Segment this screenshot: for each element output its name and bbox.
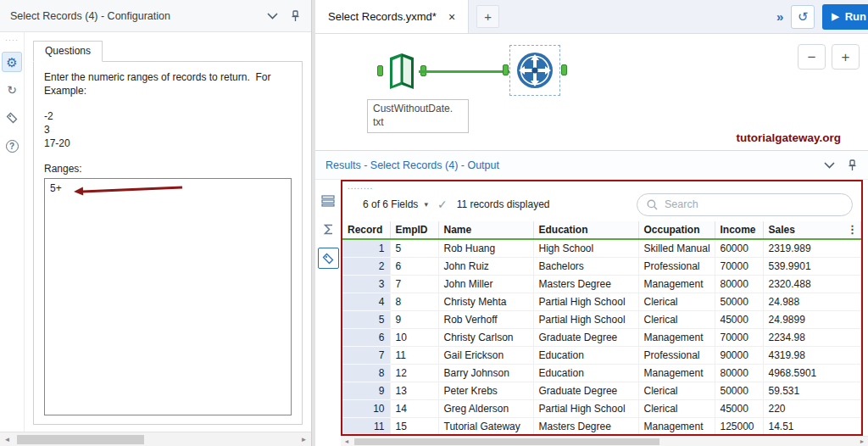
record-number-cell[interactable]: 9 bbox=[342, 382, 390, 400]
table-cell[interactable]: Graduate Degree bbox=[533, 329, 638, 347]
scroll-left-arrow[interactable]: ◄ bbox=[0, 436, 14, 443]
table-cell[interactable]: 70000 bbox=[715, 329, 763, 347]
collapse-chevron-icon[interactable] bbox=[267, 13, 278, 20]
record-number-cell[interactable]: 8 bbox=[342, 365, 390, 382]
table-cell[interactable]: 90000 bbox=[715, 347, 763, 365]
table-cell[interactable]: 7 bbox=[390, 276, 438, 293]
table-cell[interactable]: Management bbox=[638, 418, 715, 435]
table-cell[interactable]: 10 bbox=[390, 329, 438, 347]
workflow-tab[interactable]: Select Records.yxmd* × bbox=[315, 0, 469, 34]
table-cell[interactable]: Management bbox=[638, 329, 715, 347]
table-cell[interactable]: Clerical bbox=[638, 382, 715, 400]
table-cell[interactable]: Education bbox=[533, 347, 638, 365]
table-cell[interactable]: Partial High School bbox=[533, 400, 638, 418]
table-row[interactable]: 913Peter KrebsGraduate DegreeClerical500… bbox=[342, 382, 861, 400]
table-cell[interactable]: Professional bbox=[638, 258, 715, 276]
table-cell[interactable]: 59.531 bbox=[763, 382, 861, 400]
column-header-occupation[interactable]: Occupation bbox=[638, 221, 715, 239]
table-cell[interactable]: John Ruiz bbox=[438, 258, 533, 276]
tab-questions[interactable]: Questions bbox=[33, 41, 103, 62]
table-cell[interactable]: Barry Johnson bbox=[438, 365, 533, 382]
collapse-chevron-icon[interactable] bbox=[824, 162, 835, 169]
column-header-education[interactable]: Education bbox=[533, 221, 638, 239]
scroll-left-arrow[interactable]: ◄ bbox=[341, 438, 353, 444]
configuration-tab-button[interactable]: ⚙ bbox=[2, 52, 22, 72]
annotation-tab-button[interactable] bbox=[2, 108, 22, 128]
table-row[interactable]: 812Barry JohnsonEducationManagement80000… bbox=[342, 365, 861, 382]
table-cell[interactable]: 220 bbox=[763, 400, 861, 418]
workflow-canvas[interactable]: CustWithoutDate. txt − + tutorialgateway… bbox=[315, 34, 868, 151]
select-records-tool[interactable] bbox=[509, 45, 560, 96]
table-cell[interactable]: High School bbox=[533, 239, 638, 258]
tool-input-anchor[interactable] bbox=[503, 64, 509, 75]
table-row[interactable]: 15Rob HuangHigh SchoolSkilled Manual6000… bbox=[342, 239, 861, 258]
table-cell[interactable]: Clerical bbox=[638, 311, 715, 329]
column-header-income[interactable]: Income bbox=[715, 221, 763, 239]
scroll-right-arrow[interactable]: ► bbox=[297, 436, 311, 443]
table-cell[interactable]: 12 bbox=[390, 365, 438, 382]
record-number-cell[interactable]: 6 bbox=[342, 329, 390, 347]
search-input[interactable] bbox=[665, 198, 843, 210]
close-icon[interactable]: × bbox=[448, 11, 455, 23]
table-cell[interactable]: Christy Mehta bbox=[438, 293, 533, 311]
table-cell[interactable]: 14.51 bbox=[763, 418, 861, 435]
table-cell[interactable]: Management bbox=[638, 276, 715, 293]
table-cell[interactable]: Tutorial Gateway bbox=[438, 418, 533, 435]
workflow-history-button[interactable]: ↺ bbox=[791, 5, 815, 29]
record-number-cell[interactable]: 2 bbox=[342, 258, 390, 276]
kebab-menu-icon[interactable]: ⋮ bbox=[847, 224, 858, 235]
table-cell[interactable]: Management bbox=[638, 365, 715, 382]
workflow-refresh-button[interactable]: ↻ bbox=[2, 80, 22, 100]
table-cell[interactable]: 70000 bbox=[715, 258, 763, 276]
toolbar-overflow-icon[interactable]: » bbox=[776, 10, 783, 23]
table-cell[interactable]: 4319.98 bbox=[763, 347, 861, 365]
zoom-in-button[interactable]: + bbox=[832, 44, 860, 70]
table-cell[interactable]: Peter Krebs bbox=[438, 382, 533, 400]
help-button[interactable]: ? bbox=[2, 136, 22, 156]
table-cell[interactable]: 24.988 bbox=[763, 293, 861, 311]
search-box[interactable] bbox=[637, 193, 853, 216]
table-row[interactable]: 1115Tutorial GatewayMasters DegreeManage… bbox=[342, 418, 861, 435]
table-cell[interactable]: 6 bbox=[390, 258, 438, 276]
table-row[interactable]: 48Christy MehtaPartial High SchoolCleric… bbox=[342, 293, 861, 311]
table-cell[interactable]: Partial High School bbox=[533, 311, 638, 329]
table-row[interactable]: 59Rob VerhoffPartial High SchoolClerical… bbox=[342, 311, 861, 329]
table-cell[interactable]: Graduate Degree bbox=[533, 382, 638, 400]
column-header-sales[interactable]: Sales ⋮ bbox=[763, 221, 861, 239]
table-cell[interactable]: Clerical bbox=[638, 293, 715, 311]
record-number-cell[interactable]: 4 bbox=[342, 293, 390, 311]
input-tool-label[interactable]: CustWithoutDate. txt bbox=[367, 99, 469, 133]
table-cell[interactable]: 9 bbox=[390, 311, 438, 329]
table-cell[interactable]: Masters Degree bbox=[533, 276, 638, 293]
table-cell[interactable]: 2320.488 bbox=[763, 276, 861, 293]
table-cell[interactable]: Rob Huang bbox=[438, 239, 533, 258]
table-cell[interactable]: Rob Verhoff bbox=[438, 311, 533, 329]
table-cell[interactable]: Education bbox=[533, 365, 638, 382]
zoom-out-button[interactable]: − bbox=[798, 44, 826, 70]
pin-icon[interactable] bbox=[847, 159, 858, 171]
table-cell[interactable]: 80000 bbox=[715, 276, 763, 293]
input-data-tool[interactable] bbox=[385, 51, 419, 91]
table-row[interactable]: 610Christy CarlsonGraduate DegreeManagem… bbox=[342, 329, 861, 347]
record-number-cell[interactable]: 1 bbox=[342, 239, 390, 258]
profile-view-button[interactable] bbox=[318, 219, 339, 240]
table-cell[interactable]: 60000 bbox=[715, 239, 763, 258]
table-cell[interactable]: 2319.989 bbox=[763, 239, 861, 258]
column-header-empid[interactable]: EmpID bbox=[390, 221, 438, 239]
table-cell[interactable]: 24.9899 bbox=[763, 311, 861, 329]
table-cell[interactable]: 4968.5901 bbox=[763, 365, 861, 382]
record-number-cell[interactable]: 3 bbox=[342, 276, 390, 293]
table-row[interactable]: 711Gail EricksonEducationProfessional900… bbox=[342, 347, 861, 365]
table-cell[interactable]: Partial High School bbox=[533, 293, 638, 311]
scrollbar-thumb[interactable] bbox=[354, 438, 659, 445]
fields-dropdown[interactable]: 6 of 6 Fields ▾ bbox=[363, 198, 428, 210]
table-cell[interactable]: Greg Alderson bbox=[438, 400, 533, 418]
record-number-cell[interactable]: 5 bbox=[342, 311, 390, 329]
table-cell[interactable]: Christy Carlson bbox=[438, 329, 533, 347]
table-cell[interactable]: 125000 bbox=[715, 418, 763, 435]
pin-icon[interactable] bbox=[290, 10, 301, 22]
strip-grip-handle[interactable]: ···· bbox=[5, 36, 19, 44]
table-cell[interactable]: 539.9901 bbox=[763, 258, 861, 276]
table-cell[interactable]: Clerical bbox=[638, 400, 715, 418]
table-cell[interactable]: 5 bbox=[390, 239, 438, 258]
